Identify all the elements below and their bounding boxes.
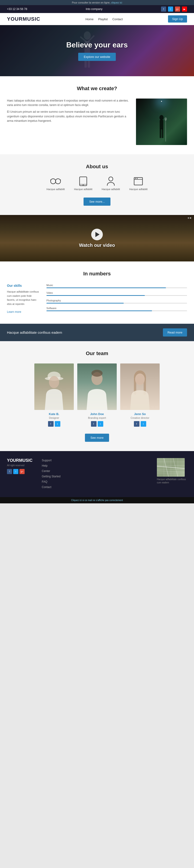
footer-link-getting-started[interactable]: Getting Started [42, 475, 61, 478]
header-top: +33 12 34 56 78 Into company f t g+ ▶ [0, 5, 194, 13]
about-icon-label-2: Hacque adfabilit [74, 188, 92, 191]
footer-map-image [157, 458, 185, 477]
what-we-create-content: Haec taliaque sollicitas eius aures ever… [7, 98, 187, 145]
svg-rect-7 [160, 120, 163, 129]
stage-figure-svg [155, 115, 168, 143]
what-text: Haec taliaque sollicitas eius aures ever… [7, 98, 131, 125]
topbar-link[interactable]: cliquez ici [111, 1, 122, 4]
john-role: Branding expert [77, 416, 117, 419]
see-more-button-team[interactable]: See more [85, 434, 109, 442]
svg-point-13 [55, 179, 61, 184]
youtube-icon[interactable]: ▶ [182, 6, 187, 11]
company-name: Into company [86, 7, 103, 11]
nav-contact[interactable]: Contact [112, 18, 123, 21]
read-more-button[interactable]: Read more [163, 329, 187, 337]
learn-more-link[interactable]: Learn more [7, 310, 21, 313]
twitter-icon[interactable]: t [168, 6, 173, 11]
about-icon-4: Hacque adfabilit [129, 177, 148, 191]
footer-link-support[interactable]: Support [42, 459, 51, 462]
kate-name: Kate B. [34, 412, 74, 416]
svg-point-12 [50, 179, 56, 184]
facebook-icon[interactable]: f [161, 6, 166, 11]
google-plus-icon[interactable]: g+ [175, 6, 180, 11]
jenn-role: Creative director [120, 416, 160, 419]
footer-map-text: Hacque adfabilitate confisus cum eadem [157, 478, 187, 484]
skills-column: Our skills Hacque adfabilitate confisus … [7, 284, 39, 314]
explore-button[interactable]: Explore our website [78, 53, 116, 61]
svg-point-24 [137, 178, 138, 179]
footer-link-faq[interactable]: FAQ [42, 480, 47, 484]
video-section: Watch our video [0, 215, 194, 261]
svg-point-29 [91, 370, 103, 377]
hero-section: Believe your ears Explore our website [0, 25, 194, 76]
jenn-photo [120, 364, 160, 410]
jenn-figure [124, 366, 156, 410]
bars-column: Music Video Photography Software [46, 284, 187, 314]
footer-link-contact[interactable]: Contact [42, 486, 51, 489]
svg-line-16 [61, 179, 61, 180]
bar-photography: Photography [46, 299, 187, 304]
what-we-create-section: What we create? Haec taliaque sollicitas… [0, 76, 194, 154]
video-title: Watch our video [79, 243, 115, 248]
team-member-kate: Kate B. Designer f t [34, 364, 74, 427]
numbers-content: Our skills Hacque adfabilitate confisus … [7, 284, 187, 314]
skills-title: Our skills [7, 284, 39, 287]
hero-content: Believe your ears Explore our website [66, 41, 128, 61]
footer-twitter-icon[interactable]: t [13, 469, 18, 474]
svg-point-33 [135, 373, 145, 385]
nav-home[interactable]: Home [85, 18, 93, 21]
play-button[interactable] [91, 229, 103, 240]
svg-point-0 [84, 31, 91, 40]
bar-track-video [46, 295, 187, 296]
john-social: f t [77, 421, 117, 427]
svg-point-27 [49, 376, 59, 388]
footer-social: f t g+ [7, 469, 37, 474]
phone-number: +33 12 34 56 78 [7, 7, 27, 11]
john-facebook-icon[interactable]: f [91, 421, 96, 427]
about-icon-2: Hacque adfabilit [74, 177, 92, 191]
bar-video: Video [46, 291, 187, 296]
bar-label-music: Music [46, 284, 187, 286]
numbers-title: In numbers [7, 271, 187, 277]
nav-playlist[interactable]: Playlist [98, 18, 108, 21]
footer-links: Support Help Center Getting Started FAQ … [42, 458, 152, 490]
tablet-icon [78, 177, 89, 186]
footer-bottom-link[interactable]: Cliquez ici si ce mail ne s'affiche pas … [71, 499, 123, 501]
footer-facebook-icon[interactable]: f [7, 469, 12, 474]
about-icon-label-4: Hacque adfabilit [129, 188, 148, 191]
kate-twitter-icon[interactable]: t [55, 421, 60, 427]
bar-label-software: Software [46, 307, 187, 310]
svg-point-20 [109, 177, 113, 181]
glasses-icon [50, 177, 62, 186]
nav-logo: YOURMUSIC [7, 16, 40, 22]
kate-role: Designer [34, 416, 74, 419]
what-paragraph-1: Haec taliaque sollicitas eius aures ever… [7, 98, 131, 107]
video-indicator [188, 217, 191, 219]
svg-point-11 [164, 117, 167, 121]
bar-fill-music [46, 287, 166, 288]
bar-music: Music [46, 284, 187, 288]
team-see-more-container: See more [7, 431, 187, 442]
john-twitter-icon[interactable]: t [98, 421, 103, 427]
skills-text: Hacque adfabilitate confisus cum eadem p… [7, 290, 39, 306]
kate-photo [34, 364, 74, 410]
sign-up-button[interactable]: Sign Up [168, 16, 187, 23]
john-name: John Doe [77, 412, 117, 416]
jenn-twitter-icon[interactable]: t [141, 421, 146, 427]
about-section: About us Hacque adfabilit [0, 154, 194, 215]
see-more-button-about[interactable]: See more... [83, 197, 110, 206]
about-icon-3: Hacque adfabilit [102, 177, 120, 191]
footer-map: Hacque adfabilitate confisus cum eadem [157, 458, 187, 484]
footer-google-plus-icon[interactable]: g+ [20, 469, 25, 474]
team-title: Our team [7, 350, 187, 356]
kate-social: f t [34, 421, 74, 427]
team-member-jenn: Jenn So Creative director f t [120, 364, 160, 427]
svg-point-23 [135, 178, 136, 179]
cta-banner: Hacque adfabilitate confisus eadem Read … [0, 324, 194, 341]
kate-facebook-icon[interactable]: f [48, 421, 53, 427]
footer-link-center[interactable]: Center [42, 469, 50, 473]
team-section: Our team Kate B. Designer f t [0, 341, 194, 451]
jenn-facebook-icon[interactable]: f [134, 421, 140, 427]
footer-link-help[interactable]: Help [42, 464, 47, 467]
person-icon [105, 177, 116, 186]
